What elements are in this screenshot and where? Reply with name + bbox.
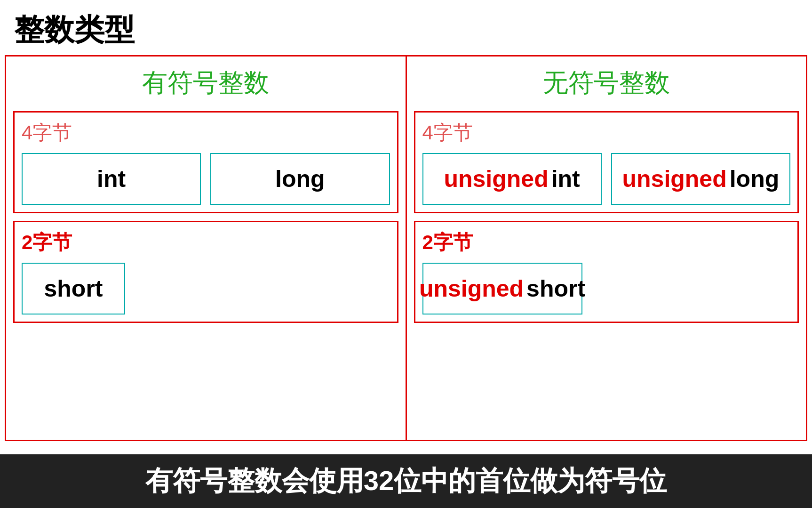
unsigned-long-prefix: unsigned: [622, 165, 727, 193]
right-panel: 无符号整数 4字节 unsignedint unsignedlong 2字节: [407, 56, 806, 440]
type-box-unsigned-short: unsignedshort: [422, 263, 582, 314]
right-2byte-types-row: unsignedshort: [422, 263, 791, 314]
type-int-label: int: [97, 165, 126, 193]
unsigned-int-name: int: [551, 165, 580, 193]
left-panel-title: 有符号整数: [6, 56, 406, 107]
unsigned-long-name: long: [730, 165, 780, 193]
type-box-short: short: [22, 263, 125, 314]
right-panel-title: 无符号整数: [407, 56, 806, 107]
main-container: 有符号整数 4字节 int long 2字节 short: [5, 55, 807, 441]
unsigned-short-name: short: [526, 275, 585, 302]
type-box-long: long: [210, 153, 390, 205]
unsigned-int-prefix: unsigned: [444, 165, 548, 193]
left-4byte-label: 4字节: [22, 120, 390, 146]
left-2byte-types-row: short: [22, 263, 390, 314]
right-4byte-section: 4字节 unsignedint unsignedlong: [414, 111, 799, 213]
page-title: 整数类型: [0, 0, 812, 55]
left-2byte-section: 2字节 short: [13, 221, 398, 323]
type-box-int: int: [22, 153, 201, 205]
right-4byte-label: 4字节: [422, 120, 791, 146]
type-box-unsigned-int: unsignedint: [422, 153, 602, 205]
left-panel: 有符号整数 4字节 int long 2字节 short: [6, 56, 407, 440]
unsigned-short-prefix: unsigned: [419, 275, 524, 302]
left-4byte-section: 4字节 int long: [13, 111, 398, 213]
type-long-label: long: [275, 165, 325, 193]
left-4byte-types-row: int long: [22, 153, 390, 205]
type-box-unsigned-long: unsignedlong: [611, 153, 790, 205]
right-2byte-section: 2字节 unsignedshort: [414, 221, 799, 323]
left-2byte-label: 2字节: [22, 229, 390, 256]
right-2byte-label: 2字节: [422, 229, 791, 256]
type-short-label: short: [44, 275, 103, 302]
bottom-bar: 有符号整数会使用32位中的首位做为符号位: [0, 454, 812, 508]
right-4byte-types-row: unsignedint unsignedlong: [422, 153, 791, 205]
